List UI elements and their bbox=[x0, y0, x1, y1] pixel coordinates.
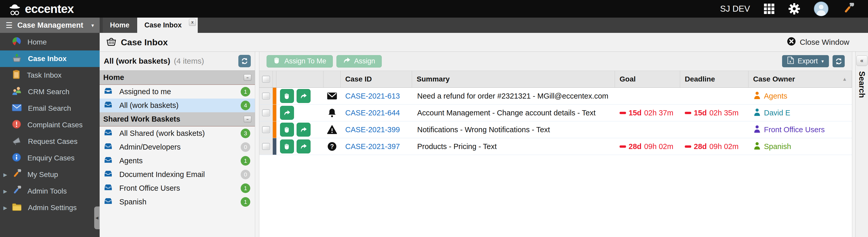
basket-refresh-button[interactable] bbox=[238, 55, 251, 67]
current-user-label[interactable]: SJ DEV bbox=[720, 4, 750, 14]
sort-ascending-icon: ▲ bbox=[842, 76, 847, 82]
case-grid: Case ID Summary Goal Deadline Case Owner… bbox=[259, 71, 852, 155]
status-bar bbox=[273, 121, 276, 138]
assign-button[interactable]: Assign bbox=[336, 55, 382, 68]
basket-group-shared[interactable]: Shared Work Baskets – bbox=[100, 112, 255, 127]
assign-row-button[interactable] bbox=[297, 89, 311, 103]
case-id-link[interactable]: CASE-2021-644 bbox=[341, 104, 412, 121]
basket-item-document-indexing-email[interactable]: Document Indexing Email 0 bbox=[100, 168, 255, 181]
assign-to-me-row-button[interactable] bbox=[280, 123, 294, 137]
column-header-goal[interactable]: Goal bbox=[615, 71, 680, 88]
basket-item-agents[interactable]: Agents 1 bbox=[100, 154, 255, 168]
export-button[interactable]: x Export ▾ bbox=[782, 55, 829, 67]
basket-item-assigned-to-me[interactable]: Assigned to me 1 bbox=[100, 85, 255, 99]
panel-splitter[interactable] bbox=[255, 52, 259, 237]
case-id-link[interactable]: CASE-2021-399 bbox=[341, 121, 412, 138]
close-window-button[interactable]: Close Window bbox=[787, 37, 849, 47]
basket-item-all-shared[interactable]: All Shared (work baskets) 3 bbox=[100, 127, 255, 140]
case-summary: Products - Pricing - Text bbox=[412, 138, 615, 155]
assign-row-button[interactable] bbox=[280, 106, 294, 120]
collapse-group-icon[interactable]: – bbox=[244, 116, 251, 123]
table-row[interactable]: CASE-2021-613 Need a refund for order #2… bbox=[259, 88, 852, 104]
assign-row-button[interactable] bbox=[297, 139, 311, 154]
sidebar-collapse-handle[interactable]: ◀ bbox=[94, 206, 100, 229]
page-title: Case Inbox bbox=[121, 37, 168, 47]
basket-item-admin-developers[interactable]: Admin/Developers 0 bbox=[100, 140, 255, 154]
basket-item-front-office-users[interactable]: Front Office Users 1 bbox=[100, 181, 255, 195]
sidebar-item-request-cases[interactable]: Request Cases bbox=[0, 133, 100, 150]
chevron-down-icon[interactable]: ▾ bbox=[822, 59, 824, 64]
row-select-cell bbox=[259, 138, 273, 155]
case-id-link[interactable]: CASE-2021-397 bbox=[341, 138, 412, 155]
deadline-days: 28d bbox=[694, 142, 707, 151]
column-header-case-owner[interactable]: Case Owner ▲ bbox=[748, 71, 852, 88]
gear-icon[interactable] bbox=[788, 3, 800, 15]
sidebar-item-label: Email Search bbox=[28, 104, 71, 112]
row-checkbox[interactable] bbox=[262, 93, 270, 99]
app-menu[interactable]: ☰ Case Management ▾ bbox=[0, 18, 100, 33]
overdue-dash-icon bbox=[685, 145, 691, 148]
expand-arrow-icon[interactable]: ▶ bbox=[3, 205, 7, 211]
sidebar-item-task-inbox[interactable]: Task Inbox bbox=[0, 67, 100, 83]
expand-search-button[interactable]: « bbox=[856, 55, 867, 66]
folder-icon bbox=[12, 203, 22, 213]
row-checkbox[interactable] bbox=[262, 109, 270, 116]
column-header-summary[interactable]: Summary bbox=[412, 71, 615, 88]
vertical-scrollbar[interactable] bbox=[852, 52, 855, 237]
search-panel-label[interactable]: Search bbox=[857, 71, 866, 98]
column-header-deadline[interactable]: Deadline bbox=[680, 71, 748, 88]
app-window: eccentex SJ DEV bbox=[0, 0, 868, 237]
count-badge: 3 bbox=[241, 129, 250, 138]
assign-to-me-button[interactable]: Assign To Me bbox=[267, 55, 333, 68]
assign-to-me-row-button[interactable] bbox=[280, 139, 294, 154]
table-row[interactable]: CASE-2021-399 Notifications - Wrong Noti… bbox=[259, 121, 852, 138]
row-select-cell bbox=[259, 88, 273, 104]
row-actions bbox=[276, 104, 323, 121]
case-id-link[interactable]: CASE-2021-613 bbox=[341, 88, 412, 104]
sidebar-item-crm-search[interactable]: CRM Search bbox=[0, 83, 100, 100]
sidebar-item-admin-settings[interactable]: ▶ Admin Settings bbox=[0, 200, 100, 216]
sidebar-item-admin-tools[interactable]: ▶ Admin Tools bbox=[0, 183, 100, 200]
column-header-case-id[interactable]: Case ID bbox=[341, 71, 412, 88]
hand-icon bbox=[273, 57, 281, 66]
envelope-icon bbox=[323, 88, 341, 104]
basket-item-spanish[interactable]: Spanish 1 bbox=[100, 195, 255, 209]
row-checkbox[interactable] bbox=[262, 126, 270, 133]
grid-refresh-button[interactable] bbox=[833, 55, 845, 67]
status-bar bbox=[273, 88, 276, 104]
assign-row-button[interactable] bbox=[297, 123, 311, 137]
sidebar-item-my-setup[interactable]: ▶ My Setup bbox=[0, 166, 100, 183]
type-header-cell bbox=[323, 71, 341, 88]
inbox-icon bbox=[104, 184, 112, 193]
basket-item-label: Admin/Developers bbox=[119, 143, 181, 151]
avatar[interactable] bbox=[814, 1, 829, 16]
tab-case-inbox[interactable]: Case Inbox x bbox=[137, 18, 198, 33]
basket-item-all-work-baskets[interactable]: All (work baskets) 4 bbox=[100, 99, 255, 112]
sidebar-item-case-inbox[interactable]: Case Inbox bbox=[0, 50, 100, 67]
sidebar-item-home[interactable]: Home bbox=[0, 34, 100, 50]
tab-home[interactable]: Home bbox=[103, 18, 137, 33]
goal-time: 02h 37m bbox=[644, 109, 673, 117]
table-row[interactable]: ? CASE-2021-397 Products - Pricing - Tex… bbox=[259, 138, 852, 155]
wrench-icon[interactable] bbox=[842, 3, 854, 15]
expand-arrow-icon[interactable]: ▶ bbox=[3, 189, 7, 194]
table-row[interactable]: CASE-2021-644 Account Management - Chang… bbox=[259, 104, 852, 121]
pie-chart-icon bbox=[12, 37, 21, 48]
sidebar-item-enquiry-cases[interactable]: Enquiry Cases bbox=[0, 150, 100, 166]
row-checkbox[interactable] bbox=[262, 143, 270, 150]
chevron-down-icon[interactable]: ▾ bbox=[91, 22, 94, 29]
basket-group-home[interactable]: Home – bbox=[100, 71, 255, 85]
tab-close-icon[interactable]: x bbox=[189, 19, 196, 26]
sidebar-item-email-search[interactable]: Email Search bbox=[0, 100, 100, 117]
assign-to-me-row-button[interactable] bbox=[280, 89, 294, 103]
select-all-checkbox[interactable] bbox=[262, 76, 270, 82]
app-grid-icon[interactable] bbox=[764, 3, 775, 14]
megaphone-icon bbox=[12, 136, 22, 147]
main-content: Case Inbox Close Window All (work bas bbox=[100, 33, 868, 237]
expand-arrow-icon[interactable]: ▶ bbox=[3, 172, 7, 178]
case-owner-cell: Agents bbox=[748, 88, 852, 104]
sidebar-item-complaint-cases[interactable]: Complaint Cases bbox=[0, 117, 100, 133]
case-summary: Notifications - Wrong Notifications - Te… bbox=[412, 121, 615, 138]
person-icon bbox=[754, 142, 761, 151]
collapse-group-icon[interactable]: – bbox=[244, 74, 251, 81]
